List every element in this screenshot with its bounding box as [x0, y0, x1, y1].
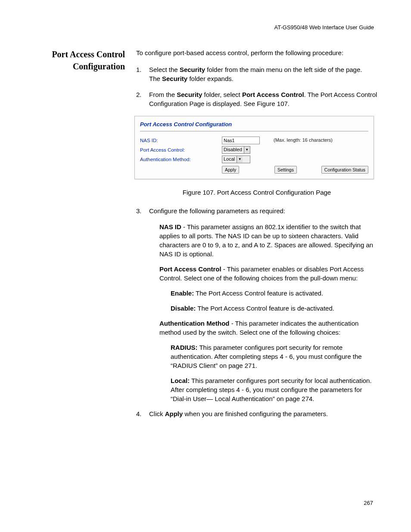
- button-row: Apply Settings Configuration Status: [135, 164, 374, 179]
- text: folder, select: [202, 91, 242, 98]
- bold-auth: Authentication Method: [159, 320, 229, 327]
- divider: [140, 131, 368, 131]
- settings-button[interactable]: Settings: [274, 166, 297, 174]
- text: The Port Access Control feature is de-ac…: [196, 305, 334, 312]
- text: folder from the main menu on the left si…: [205, 66, 362, 73]
- step-number: 1.: [136, 65, 146, 83]
- text: when you are finished configuring the pa…: [183, 410, 328, 417]
- bold-security: Security: [162, 75, 187, 82]
- page-header: AT-GS950/48 Web Interface User Guide: [274, 24, 374, 31]
- text: This parameter configures port security …: [171, 344, 362, 369]
- step-4: 4. Click Apply when you are finished con…: [136, 409, 377, 418]
- bold-enable: Enable:: [171, 289, 194, 297]
- step-body: From the Security folder, select Port Ac…: [146, 90, 377, 108]
- text: folder expands.: [187, 75, 234, 82]
- nas-id-input[interactable]: [222, 137, 260, 144]
- step-body: Select the Security folder from the main…: [146, 65, 377, 83]
- chevron-down-icon: ▼: [244, 146, 250, 153]
- local-line: Local: This parameter configures port se…: [171, 376, 377, 403]
- text: Select the: [149, 66, 180, 73]
- figure-107-screenshot: Port Access Control Configuration NAS ID…: [134, 116, 374, 179]
- pac-description: Port Access Control - This parameter ena…: [159, 264, 377, 283]
- bold-pac: Port Access Control: [242, 91, 304, 98]
- step-body: Configure the following parameters as re…: [146, 206, 377, 215]
- nas-id-row: NAS ID: (Max. length: 16 characters): [135, 136, 374, 145]
- text: Click: [149, 410, 165, 417]
- step-number: 3.: [136, 206, 146, 215]
- intro-text: To configure port-based access control, …: [136, 48, 377, 57]
- panel-title: Port Access Control Configuration: [135, 116, 374, 129]
- auth-select[interactable]: Local ▼: [222, 156, 250, 163]
- nas-id-hint: (Max. length: 16 characters): [274, 137, 333, 143]
- nas-id-label: NAS ID:: [140, 137, 222, 144]
- auth-label: Authentication Method:: [140, 156, 222, 163]
- step-body: Click Apply when you are finished config…: [146, 409, 377, 418]
- bold-radius: RADIUS:: [171, 344, 198, 351]
- auth-method-description: Authentication Method - This parameter i…: [159, 319, 377, 337]
- disable-line: Disable: The Port Access Control feature…: [171, 304, 377, 313]
- section-title: Port Access Control Configuration: [39, 48, 125, 72]
- pac-value: Disabled: [224, 146, 244, 153]
- figure-caption: Figure 107. Port Access Control Configur…: [136, 188, 377, 197]
- pac-select[interactable]: Disabled ▼: [222, 146, 250, 154]
- radius-line: RADIUS: This parameter configures port s…: [171, 343, 377, 370]
- bold-pac: Port Access Control: [159, 265, 221, 273]
- text: - This parameter assigns an 802.1x ident…: [159, 223, 373, 258]
- step-number: 4.: [136, 409, 146, 418]
- pac-label: Port Access Control:: [140, 146, 222, 153]
- port-access-control-row: Port Access Control: Disabled ▼: [135, 145, 374, 155]
- page-number: 267: [364, 500, 373, 506]
- bold-local: Local:: [171, 377, 190, 384]
- bold-security: Security: [180, 66, 205, 73]
- text: From the: [149, 91, 177, 98]
- apply-button[interactable]: Apply: [222, 166, 239, 174]
- auth-value: Local: [224, 156, 237, 162]
- text: The: [149, 75, 162, 82]
- text: The Port Access Control feature is activ…: [194, 289, 323, 297]
- chevron-down-icon: ▼: [237, 156, 243, 163]
- nas-id-description: NAS ID - This parameter assigns an 802.1…: [159, 222, 377, 258]
- enable-line: Enable: The Port Access Control feature …: [171, 289, 377, 298]
- step-number: 2.: [136, 90, 146, 108]
- step-3: 3. Configure the following parameters as…: [136, 206, 377, 215]
- text: This parameter configures port security …: [171, 377, 372, 402]
- step-2: 2. From the Security folder, select Port…: [136, 90, 377, 108]
- bold-disable: Disable:: [171, 305, 196, 312]
- auth-method-row: Authentication Method: Local ▼: [135, 155, 374, 164]
- bold-apply: Apply: [165, 410, 183, 417]
- main-content: To configure port-based access control, …: [136, 48, 377, 425]
- step-1: 1. Select the Security folder from the m…: [136, 65, 377, 83]
- bold-nas-id: NAS ID: [159, 223, 181, 230]
- config-status-button[interactable]: Configuration Status: [321, 166, 368, 174]
- bold-security: Security: [177, 91, 202, 98]
